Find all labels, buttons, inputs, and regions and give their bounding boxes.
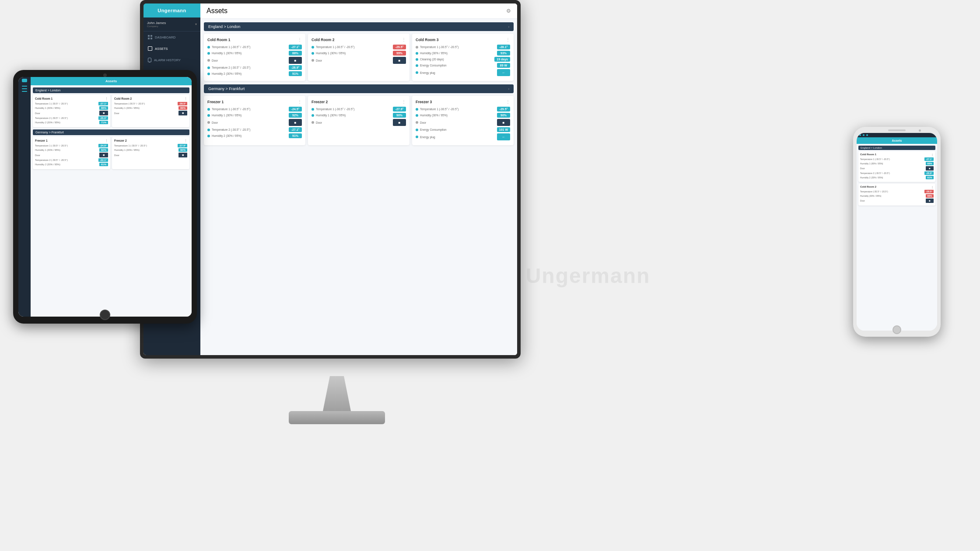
card-row-hum1: Humidity 1 (30% / 95%) 92% [207, 113, 302, 118]
phone-content: England > London Cold Room 1 ⋮ Temperatu… [857, 144, 937, 331]
card-menu-icon[interactable]: ⋮ [506, 99, 510, 104]
card-row-hum2: Humidity 2 (30% / 95%) 91% [207, 133, 302, 138]
card-menu-icon[interactable]: ⋮ [931, 153, 934, 156]
card-menu-icon[interactable]: ⋮ [184, 139, 187, 143]
monitor-screen-border: Ungermann John James Company ▾ DA [140, 0, 521, 359]
filter-icon[interactable]: ⚙ [506, 8, 511, 14]
tablet-app-title: Assets [105, 79, 117, 83]
card-row-temp2: Temperature 2 (-30.5° / -20.5°) -26.9° [207, 65, 302, 70]
tablet-camera [103, 73, 107, 77]
tablet-screen: Assets England > London Cold Room 1 ⋮ [18, 77, 192, 317]
monitor-screen: Ungermann John James Company ▾ DA [144, 3, 517, 355]
tablet-card-freezer2: Freezer 2 ⋮ Temperature 1 (-30.5° / -20.… [112, 137, 189, 169]
phone-home-button[interactable] [892, 325, 901, 334]
monitor: Ungermann John James Company ▾ DA [140, 0, 534, 437]
phone: Assets England > London Cold Room 1 ⋮ Te… [853, 127, 941, 337]
door-icon: ■ [926, 199, 934, 203]
phone-speaker [888, 129, 906, 131]
tablet-sidebar [18, 77, 31, 317]
door-icon: ■ [289, 119, 302, 126]
card-row-hum: Humidity (30% / 95%) 90% [416, 113, 510, 118]
london-cards-row: Cold Room 1 ⋮ Temperature 1 (-30.5° / -2… [204, 34, 514, 81]
card-menu-icon[interactable]: ⋮ [184, 97, 187, 101]
card-cold-room-2: Cold Room 2 ⋮ Temperature 1 (-30.5° / -2… [308, 34, 410, 81]
card-row-plug: Energy plug ← [416, 133, 510, 140]
collapse-icon[interactable]: › [508, 87, 509, 91]
plug-icon: ← [497, 133, 510, 140]
card-freezer-3: Freezer 3 ⋮ Temperature 1 (-30.5° / -20.… [412, 96, 514, 145]
tablet-main: Assets England > London Cold Room 1 ⋮ [31, 77, 192, 317]
tablet-content: England > London Cold Room 1 ⋮ Temperatu… [31, 85, 192, 317]
card-cold-room-3: Cold Room 3 ⋮ Temperature 1 (-30.5° / -2… [412, 34, 514, 81]
card-cold-room-1: Cold Room 1 ⋮ Temperature 1 (-30.5° / -2… [204, 34, 305, 81]
card-row-hum: Humidity (30% / 95%) 93% [416, 51, 510, 56]
sidebar-item-assets[interactable]: ASSETS [144, 43, 200, 54]
card-row-hum1: Humidity 1 (30% / 95%) 88% [207, 51, 302, 56]
card-row-energy: Energy Consumption 101 W [416, 127, 510, 132]
frankfurt-cards-row: Freezer 1 ⋮ Temperature 1 (-30.5° / -20.… [204, 96, 514, 145]
phone-camera [919, 129, 921, 132]
card-menu-icon[interactable]: ⋮ [298, 37, 302, 42]
nav-indicator [863, 134, 864, 136]
user-profile[interactable]: John James Company ▾ [144, 17, 200, 31]
user-name: John James [147, 21, 166, 25]
card-row-door: Door ■ [312, 57, 406, 64]
bell-icon [148, 58, 151, 62]
nav-icon [22, 88, 27, 89]
card-menu-icon[interactable]: ⋮ [402, 37, 406, 42]
user-company: Company [147, 25, 166, 28]
tablet-london-cards: Cold Room 1 ⋮ Temperature 1 (-30.5° / -2… [33, 95, 189, 127]
phone-screen: Assets England > London Cold Room 1 ⋮ Te… [857, 133, 937, 331]
tablet-card-freezer1: Freezer 1 ⋮ Temperature 1 (-30.5° / -20.… [33, 137, 110, 169]
card-menu-icon[interactable]: ⋮ [506, 37, 510, 42]
card-row-energy: Energy Consumption 89 W [416, 63, 510, 68]
collapse-icon[interactable]: › [508, 25, 509, 28]
card-row-temp1: Temperature 1 (-30.5° / -20.5°) -28.1° [416, 45, 510, 49]
door-icon: ■ [99, 153, 108, 157]
door-icon: ■ [393, 119, 406, 126]
card-menu-icon[interactable]: ⋮ [105, 97, 108, 101]
card-freezer-2: Freezer 2 ⋮ Temperature 1 (-30.5° / -20.… [308, 96, 410, 145]
chevron-down-icon: ▾ [195, 22, 197, 26]
card-row-hum1: Humidity 1 (30% / 95%) 90% [312, 113, 406, 118]
card-row-temp1: Temperature 1 (-30.5° / -20.5°) -29.5° [416, 107, 510, 112]
brand-logo: Ungermann [144, 3, 200, 17]
tablet-home-button[interactable] [100, 310, 110, 320]
phone-nav [857, 133, 937, 137]
phone-app-title: Assets [892, 139, 902, 142]
card-row-temp1: Temperature 1 (-30.5° / -20.5°) -29.5° [312, 45, 406, 49]
phone-region-london: England > London [858, 146, 935, 150]
card-row-temp1: Temperature 1 (-30.5° / -20.5°) -24.5° [207, 107, 302, 112]
card-row-temp1: Temperature 1 (-30.5° / -20.5°) -27.9° [312, 107, 406, 112]
sidebar-item-alarm-history[interactable]: ALARM HISTORY [144, 54, 200, 66]
door-icon: ■ [178, 111, 187, 115]
phone-card-cold1: Cold Room 1 ⋮ Temperature 1 (-30.5° / -2… [858, 151, 935, 182]
door-icon: ■ [178, 153, 187, 157]
door-icon: ■ [497, 119, 510, 126]
tablet-card-cold1: Cold Room 1 ⋮ Temperature 1 (-30.5° / -2… [33, 95, 110, 127]
menu-icon [22, 79, 27, 82]
card-menu-icon[interactable]: ⋮ [105, 139, 108, 143]
region-header-frankfurt: Germany > Frankfurt › [204, 84, 514, 93]
tablet-region-frankfurt: Germany > Frankfurt [33, 129, 189, 135]
sidebar-item-dashboard[interactable]: DASHBOARD [144, 31, 200, 43]
sidebar-item-label: ALARM HISTORY [154, 58, 181, 62]
card-row-door: Door ■ [207, 119, 302, 126]
sidebar-item-label: DASHBOARD [155, 35, 176, 39]
card-row-temp1: Temperature 1 (-30.5° / -20.5°) -27.1° [207, 45, 302, 49]
door-icon: ■ [289, 57, 302, 64]
tablet-frankfurt-cards: Freezer 1 ⋮ Temperature 1 (-30.5° / -20.… [33, 137, 189, 169]
card-menu-icon[interactable]: ⋮ [931, 185, 934, 188]
tablet-topbar: Assets [31, 77, 192, 85]
card-row-plug: Energy plug ← [416, 69, 510, 76]
door-icon: ■ [99, 111, 108, 115]
content-area: England > London › Cold Room 1 ⋮ Tempera… [200, 19, 517, 355]
plug-icon: ← [497, 69, 510, 76]
card-menu-icon[interactable]: ⋮ [298, 99, 302, 104]
phone-body: Assets England > London Cold Room 1 ⋮ Te… [853, 127, 941, 337]
card-menu-icon[interactable]: ⋮ [402, 99, 406, 104]
card-row-cleaning: Cleaning (20 days) 19 days [416, 57, 510, 62]
door-icon: ■ [926, 166, 934, 171]
nav-icon [22, 91, 27, 92]
nav-icon [22, 86, 27, 87]
